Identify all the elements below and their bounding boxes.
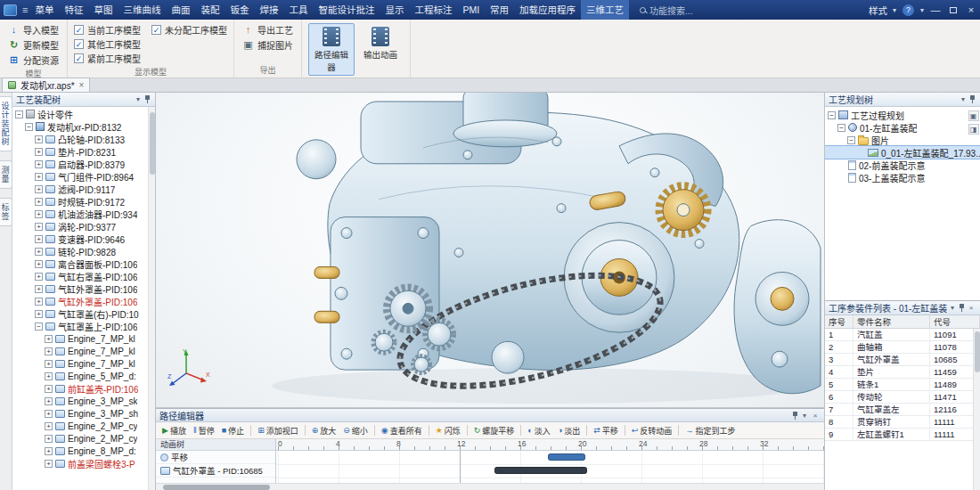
tree-item[interactable]: +气门组件-PID:8964 (12, 170, 155, 183)
scrollbar-thumb[interactable] (975, 331, 980, 372)
menu-item[interactable]: 工程标注 (409, 0, 457, 20)
toolbar-button[interactable]: ‖暂停 (191, 423, 217, 437)
tree-item[interactable]: −设计零件 (12, 108, 155, 120)
tree-item[interactable]: +Engine_2_MP_cy (12, 420, 155, 432)
expander-icon[interactable]: + (35, 185, 43, 193)
dock-tab[interactable]: 测量 (0, 160, 12, 189)
expander-icon[interactable]: − (15, 110, 23, 118)
tree-item[interactable]: +离合器面板-PID:106 (12, 257, 155, 270)
chevron-down-icon[interactable]: ▾ (918, 6, 927, 14)
tree-item[interactable]: +气缸罩盖(右)-PID:10 (12, 307, 155, 320)
expander-icon[interactable]: + (35, 173, 43, 181)
table-row[interactable]: 5链条111489 (825, 379, 980, 391)
table-row[interactable]: 3气缸外罩盖10685 (825, 354, 980, 366)
tab-close-icon[interactable]: × (79, 80, 85, 90)
chevron-down-icon[interactable]: ▾ (958, 95, 968, 103)
anim-tree-row[interactable]: 平移 (156, 451, 275, 464)
expander-icon[interactable]: + (45, 372, 53, 380)
expander-icon[interactable]: + (35, 135, 43, 143)
expander-icon[interactable]: + (45, 460, 53, 468)
menu-item[interactable]: 特征 (59, 0, 88, 20)
table-row[interactable]: 4垫片11459 (825, 366, 980, 379)
table-row[interactable]: 6传动轮11471 (825, 391, 980, 404)
table-row[interactable]: 2曲轴箱11078 (825, 341, 980, 354)
tree-item[interactable]: −气缸罩盖上-PID:106 (12, 320, 155, 332)
menu-item[interactable]: PMI (457, 0, 485, 20)
table-row[interactable]: 7气缸罩盖左12116 (825, 404, 980, 416)
menu-item[interactable]: 智能设计批注 (313, 0, 380, 20)
expander-icon[interactable]: + (45, 447, 53, 455)
pin-icon[interactable] (791, 411, 799, 421)
expander-icon[interactable]: + (45, 335, 53, 343)
tree-item[interactable]: +Engine_7_MP_kl (12, 345, 155, 357)
chevron-down-icon[interactable]: ▾ (947, 304, 958, 312)
chevron-down-icon[interactable]: ▾ (890, 6, 899, 14)
document-tab[interactable]: 发动机xr.aps* × (2, 78, 90, 92)
restore-button[interactable] (944, 0, 962, 20)
toolbar-button[interactable]: ⇄平移 (591, 423, 621, 437)
expander-icon[interactable]: + (35, 160, 43, 168)
toolbar-button[interactable]: ★闪烁 (433, 423, 463, 437)
timeline[interactable]: 048121620242832 (276, 439, 824, 483)
time-marker[interactable] (460, 451, 461, 483)
menu-item[interactable]: 装配 (195, 0, 225, 20)
chevron-down-icon[interactable]: ▾ (799, 412, 810, 420)
minimize-button[interactable]: — (927, 0, 944, 20)
expander-icon[interactable]: + (35, 310, 43, 318)
tree-item[interactable]: +变速器-PID:9646 (12, 233, 155, 245)
tree-item[interactable]: +凸轮轴-PID:8133 (12, 133, 155, 145)
menu-item[interactable]: 焊接 (254, 0, 283, 20)
expander-icon[interactable]: + (45, 422, 53, 430)
dock-restore-icon[interactable]: ▣ (968, 110, 979, 121)
menu-item[interactable]: 钣金 (225, 0, 254, 20)
pin-icon[interactable] (143, 94, 151, 104)
scrollbar-thumb[interactable] (163, 485, 270, 490)
menu-item[interactable]: 三维曲线 (118, 0, 166, 20)
expander-icon[interactable]: + (35, 248, 43, 256)
tree-item[interactable]: +机油滤油器-PID:934 (12, 208, 155, 220)
close-icon[interactable]: × (810, 412, 821, 420)
timeline-grid[interactable] (276, 451, 824, 483)
tree-item[interactable]: +Engine_5_MP_d: (12, 370, 155, 382)
scrollbar[interactable] (973, 329, 980, 490)
expander-icon[interactable]: + (35, 273, 43, 281)
menu-item[interactable]: 加载应用程序 (514, 0, 581, 20)
expander-icon[interactable]: + (45, 397, 53, 405)
expander-icon[interactable]: + (35, 260, 43, 268)
function-search[interactable]: 功能搜索... (636, 4, 696, 17)
dock-side-icon[interactable]: ◨ (968, 124, 979, 135)
expander-icon[interactable]: + (35, 223, 43, 231)
toolbar-button[interactable]: →指定到工步 (682, 423, 738, 437)
expander-icon[interactable]: − (35, 323, 43, 331)
pin-icon[interactable] (958, 303, 966, 313)
tree-item[interactable]: +时规链-PID:9172 (12, 195, 155, 208)
toolbar-button[interactable]: ◐淡入 (525, 423, 552, 437)
toolbar-button[interactable]: ▶播放 (159, 423, 189, 437)
help-icon[interactable]: ? (902, 4, 914, 16)
anim-tree-row[interactable]: 气缸外罩盖 - PID:10685 (156, 464, 275, 478)
table-row[interactable]: 8贯穿销钉11111 (825, 416, 980, 429)
tree-item[interactable]: +涡轮-PID:9377 (12, 220, 155, 233)
dock-tab[interactable]: 设计装配树 (0, 96, 12, 151)
tree-item[interactable]: +前盖梁固螺栓3-P (12, 457, 155, 470)
tree-item[interactable]: +气缸外罩盖-PID:106 (12, 295, 155, 307)
tree-item[interactable]: +气缸外罩盖-PID:106 (12, 282, 155, 295)
dock-tab[interactable]: 标签 (0, 198, 12, 226)
table-row[interactable]: 9左缸盖螺钉111111 (825, 429, 980, 441)
tree-item[interactable]: 03-上盖装配示意 (825, 171, 980, 184)
expander-icon[interactable]: + (35, 285, 43, 293)
expander-icon[interactable]: − (828, 111, 836, 119)
tree-item[interactable]: 02-前盖装配示意 (825, 159, 980, 171)
animation-segment[interactable] (548, 453, 586, 461)
menu-item[interactable]: 工具 (283, 0, 313, 20)
ribbon-button[interactable]: ↑导出工艺 (241, 22, 295, 37)
pin-icon[interactable] (968, 94, 976, 104)
expander-icon[interactable]: + (45, 360, 53, 368)
scrollbar[interactable] (148, 107, 155, 490)
tree-item[interactable]: 0_01-左缸盖装配_17.93... (825, 146, 980, 159)
tree-item[interactable]: +垫片-PID:8231 (12, 145, 155, 158)
toolbar-button[interactable]: ⊕放大 (309, 423, 339, 437)
toolbar-button[interactable]: ■停止 (219, 423, 247, 437)
menu-item[interactable]: 常用 (485, 0, 514, 20)
style-menu[interactable]: 样式 (866, 4, 890, 17)
